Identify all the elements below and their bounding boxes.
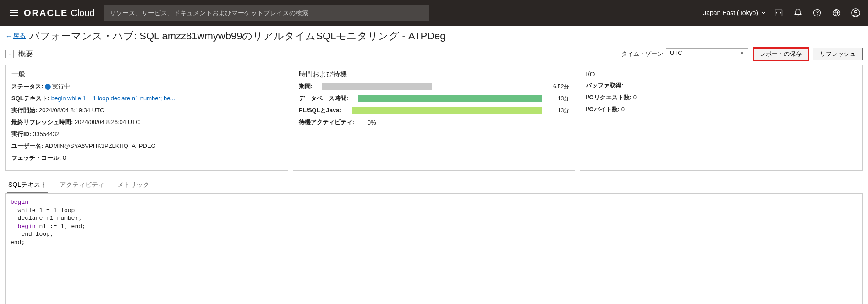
sqltext-link[interactable]: begin while 1 = 1 loop declare n1 number… [51, 95, 176, 102]
bell-icon[interactable] [793, 8, 803, 18]
dbtime-fill [358, 95, 542, 102]
search-container [104, 5, 429, 21]
save-report-button[interactable]: レポートの保存 [753, 48, 808, 60]
execid-key: 実行ID: [11, 130, 31, 137]
buffer-key: バッファ取得: [586, 82, 623, 89]
tab-activity[interactable]: アクティビティ [59, 177, 105, 193]
brand-sub: Cloud [71, 8, 94, 18]
lastrefresh-key: 最終リフレッシュ時間: [11, 119, 73, 125]
page-title: パフォーマンス・ハブ: SQL amzz81wmywb99のリアルタイムSQLモ… [29, 29, 445, 43]
dbtime-value: 13分 [542, 95, 569, 103]
execid-value: 33554432 [33, 130, 60, 137]
region-label: Japan East (Tokyo) [703, 9, 758, 16]
iobytes-value: 0 [621, 106, 625, 113]
panel-io-title: I/O [586, 70, 857, 78]
header-actions [774, 8, 861, 18]
duration-value: 6.52分 [542, 83, 569, 91]
timezone-select[interactable]: UTC [666, 48, 748, 60]
lastrefresh-value: 2024/08/04 8:26:04 UTC [75, 119, 140, 125]
ioreq-value: 0 [633, 94, 637, 101]
wait-value: 0% [368, 119, 376, 126]
panel-time: 時間および待機 期間: 6.52分 データベース時間: 13分 PL/SQLとJ… [293, 65, 576, 171]
duration-bar [322, 83, 542, 90]
title-bar: 戻る パフォーマンス・ハブ: SQL amzz81wmywb99のリアルタイムS… [5, 29, 863, 43]
plsql-fill [352, 107, 542, 114]
svg-point-5 [817, 15, 818, 15]
detail-tabs: SQLテキスト アクティビティ メトリック [5, 177, 863, 194]
tab-metric[interactable]: メトリック [116, 177, 150, 193]
tab-sqltext[interactable]: SQLテキスト [7, 177, 48, 193]
help-icon[interactable] [812, 8, 822, 18]
overview-panels: 一般 ステータス: 実行中 SQLテキスト: begin while 1 = 1… [5, 65, 863, 171]
plsql-bar [352, 107, 542, 114]
chevron-down-icon [761, 10, 766, 16]
back-link[interactable]: 戻る [5, 32, 26, 40]
sql-text-pane: begin while 1 = 1 loop declare n1 number… [5, 194, 863, 304]
timezone-selector: タイム・ゾーン UTC [621, 48, 748, 60]
start-key: 実行開始: [11, 107, 37, 114]
ioreq-key: I/Oリクエスト数: [586, 94, 632, 101]
brand-main: ORACLE [24, 8, 68, 18]
refresh-button[interactable]: リフレッシュ [813, 48, 863, 60]
dbtime-key: データベース時間: [299, 94, 358, 103]
status-key: ステータス: [11, 83, 43, 90]
panel-io: I/O バッファ取得: I/Oリクエスト数: 0 I/Oバイト数: 0 [580, 65, 863, 171]
devtools-icon[interactable] [774, 8, 784, 18]
svg-point-8 [854, 11, 857, 13]
sqltext-key: SQLテキスト: [11, 95, 49, 102]
status-value: 実行中 [52, 83, 70, 90]
search-input[interactable] [104, 5, 429, 21]
status-running-icon [45, 84, 51, 90]
collapse-button[interactable]: - [5, 50, 14, 58]
global-header: ORACLE Cloud Japan East (Tokyo) [0, 0, 868, 26]
panel-general-title: 一般 [11, 70, 282, 79]
overview-label: 概要 [18, 49, 33, 59]
duration-key: 期間: [299, 82, 322, 91]
start-value: 2024/08/04 8:19:34 UTC [39, 107, 104, 114]
timezone-label: タイム・ゾーン [621, 50, 663, 58]
region-selector[interactable]: Japan East (Tokyo) [703, 9, 766, 16]
wait-key: 待機アクティビティ: [299, 118, 368, 126]
globe-icon[interactable] [831, 8, 841, 18]
iobytes-key: I/Oバイト数: [586, 106, 620, 113]
overview-header: - 概要 タイム・ゾーン UTC レポートの保存 リフレッシュ [5, 48, 863, 60]
plsql-value: 13分 [542, 107, 569, 114]
brand-logo[interactable]: ORACLE Cloud [24, 8, 95, 18]
user-value: ADMIN@SYA6VPHK3PZLKHQ_ATPDEG [45, 142, 156, 149]
avatar-icon[interactable] [851, 8, 861, 18]
dbtime-bar [358, 95, 542, 102]
fetch-value: 0 [63, 154, 66, 161]
plsql-key: PL/SQLとJava: [299, 106, 352, 114]
menu-icon[interactable] [8, 7, 19, 18]
panel-general: 一般 ステータス: 実行中 SQLテキスト: begin while 1 = 1… [5, 65, 288, 171]
fetch-key: フェッチ・コール: [11, 154, 61, 161]
duration-fill [322, 83, 432, 90]
panel-time-title: 時間および待機 [299, 70, 570, 79]
user-key: ユーザー名: [11, 142, 43, 149]
